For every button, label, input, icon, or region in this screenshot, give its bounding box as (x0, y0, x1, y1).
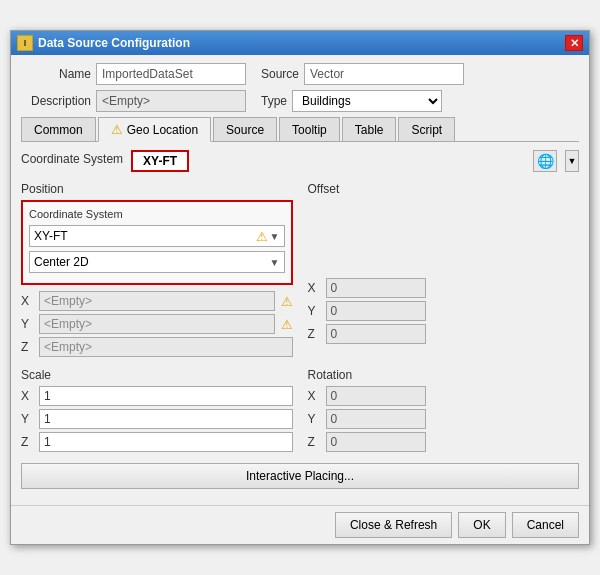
rotation-z-row: Z (308, 432, 580, 452)
position-label: Position (21, 182, 293, 196)
rotation-z-input[interactable] (326, 432, 426, 452)
scale-y-input[interactable] (39, 409, 293, 429)
position-y-input[interactable] (39, 314, 275, 334)
tab-geo-location[interactable]: ⚠ Geo Location (98, 117, 211, 142)
rotation-x-input[interactable] (326, 386, 426, 406)
dropdown2-value: Center 2D (34, 255, 89, 269)
desc-type-row: Description Type Buildings (21, 90, 579, 112)
type-label: Type (261, 94, 287, 108)
rotation-y-label: Y (308, 412, 322, 426)
tab-bar: Common ⚠ Geo Location Source Tooltip Tab… (21, 117, 579, 142)
offset-y-label: Y (308, 304, 322, 318)
tab-common[interactable]: Common (21, 117, 96, 141)
main-window: I Data Source Configuration ✕ Name Sourc… (10, 30, 590, 545)
offset-z-row: Z (308, 324, 580, 344)
bottom-bar: Close & Refresh OK Cancel (11, 505, 589, 544)
dropdown1-arrow: ▼ (270, 231, 280, 242)
dropdown1-row: XY-FT ⚠ ▼ (29, 225, 285, 247)
scale-x-row: X (21, 386, 293, 406)
ok-button[interactable]: OK (458, 512, 505, 538)
offset-y-row: Y (308, 301, 580, 321)
position-y-row: Y ⚠ (21, 314, 293, 334)
position-offset-section: Position Coordinate System XY-FT ⚠ ▼ (21, 182, 579, 360)
offset-column: Offset X Y Z (308, 182, 580, 360)
coord-system-box: Coordinate System XY-FT ⚠ ▼ (21, 200, 293, 285)
scale-x-label: X (21, 389, 35, 403)
tab-table[interactable]: Table (342, 117, 397, 141)
tab-script[interactable]: Script (398, 117, 455, 141)
name-label: Name (21, 67, 91, 81)
y-warn-icon: ⚠ (281, 317, 293, 332)
name-input[interactable] (96, 63, 246, 85)
position-x-input[interactable] (39, 291, 275, 311)
dropdown1-value: XY-FT (34, 229, 68, 243)
scale-rotation-section: Scale X Y Z Rotation (21, 368, 579, 455)
name-source-row: Name Source (21, 63, 579, 85)
tab-content-geo: Coordinate System XY-FT 🌐 ▼ Position Coo… (21, 150, 579, 489)
offset-label: Offset (308, 182, 580, 196)
type-select[interactable]: Buildings (292, 90, 442, 112)
scale-z-input[interactable] (39, 432, 293, 452)
description-label: Description (21, 94, 91, 108)
offset-z-input[interactable] (326, 324, 426, 344)
tab-tooltip[interactable]: Tooltip (279, 117, 340, 141)
position-column: Position Coordinate System XY-FT ⚠ ▼ (21, 182, 293, 360)
rotation-label: Rotation (308, 368, 580, 382)
globe-dropdown-arrow[interactable]: ▼ (565, 150, 579, 172)
tab-source[interactable]: Source (213, 117, 277, 141)
position-z-row: Z (21, 337, 293, 357)
scale-label: Scale (21, 368, 293, 382)
rotation-x-label: X (308, 389, 322, 403)
interactive-placing-button[interactable]: Interactive Placing... (21, 463, 579, 489)
title-bar-left: I Data Source Configuration (17, 35, 190, 51)
coord-system-label: Coordinate System (21, 152, 123, 166)
rotation-z-label: Z (308, 435, 322, 449)
scale-z-label: Z (21, 435, 35, 449)
dropdown2-arrow: ▼ (270, 257, 280, 268)
scale-y-row: Y (21, 409, 293, 429)
rotation-x-row: X (308, 386, 580, 406)
source-label: Source (261, 67, 299, 81)
app-icon: I (17, 35, 33, 51)
coord-system-box-title: Coordinate System (29, 208, 285, 220)
rotation-y-input[interactable] (326, 409, 426, 429)
coord-system-value: XY-FT (131, 150, 189, 172)
dropdown2-row: Center 2D ▼ (29, 251, 285, 273)
source-input[interactable] (304, 63, 464, 85)
rotation-column: Rotation X Y Z (308, 368, 580, 455)
coord-system-row: Coordinate System XY-FT 🌐 ▼ (21, 150, 579, 172)
offset-z-label: Z (308, 327, 322, 341)
offset-x-input[interactable] (326, 278, 426, 298)
scale-z-row: Z (21, 432, 293, 452)
offset-x-label: X (308, 281, 322, 295)
cancel-button[interactable]: Cancel (512, 512, 579, 538)
close-refresh-button[interactable]: Close & Refresh (335, 512, 452, 538)
geo-warn-icon: ⚠ (111, 122, 123, 137)
offset-y-input[interactable] (326, 301, 426, 321)
x-warn-icon: ⚠ (281, 294, 293, 309)
close-button[interactable]: ✕ (565, 35, 583, 51)
scale-y-label: Y (21, 412, 35, 426)
position-z-input[interactable] (39, 337, 293, 357)
window-body: Name Source Description Type Buildings C… (11, 55, 589, 505)
scale-x-input[interactable] (39, 386, 293, 406)
position-x-row: X ⚠ (21, 291, 293, 311)
y-label: Y (21, 317, 35, 331)
z-label: Z (21, 340, 35, 354)
description-input[interactable] (96, 90, 246, 112)
dropdown1-warn: ⚠ (256, 229, 268, 244)
offset-x-row: X (308, 278, 580, 298)
window-title: Data Source Configuration (38, 36, 190, 50)
scale-column: Scale X Y Z (21, 368, 293, 455)
globe-button[interactable]: 🌐 (533, 150, 557, 172)
rotation-y-row: Y (308, 409, 580, 429)
dropdown1[interactable]: XY-FT ⚠ ▼ (29, 225, 285, 247)
dropdown2[interactable]: Center 2D ▼ (29, 251, 285, 273)
x-label: X (21, 294, 35, 308)
title-bar: I Data Source Configuration ✕ (11, 31, 589, 55)
